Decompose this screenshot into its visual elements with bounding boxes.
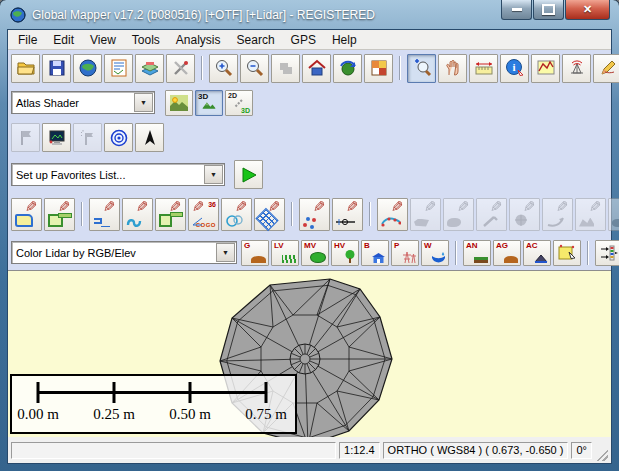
ag-label: AG — [496, 242, 508, 250]
digitizer-tool-button[interactable] — [593, 54, 619, 83]
world-globe-icon — [78, 58, 98, 78]
classify-water-button[interactable]: W — [421, 240, 449, 266]
zoom-out-button[interactable] — [240, 54, 269, 83]
menu-help[interactable]: Help — [324, 32, 365, 48]
classify-noise-button[interactable]: AN — [463, 240, 491, 266]
path-profile-button[interactable] — [531, 54, 560, 83]
info-icon: i — [505, 58, 525, 78]
view-3d-button[interactable]: 3D — [195, 90, 223, 116]
resize-grip[interactable] — [595, 448, 608, 461]
gps-information-button[interactable] — [42, 123, 71, 152]
menu-tools[interactable]: Tools — [124, 32, 168, 48]
map-display-options-button[interactable] — [104, 54, 133, 83]
create-area-button[interactable]: ✎ — [11, 198, 42, 231]
edit-area-button[interactable]: ✎ — [443, 198, 474, 231]
lidar-combo[interactable]: Color Lidar by RGB/Elev ▼ — [11, 241, 237, 264]
home-view-button[interactable] — [302, 54, 331, 83]
gps-vessel-button[interactable] — [135, 123, 164, 152]
save-button[interactable] — [42, 54, 71, 83]
create-freehand-line-button[interactable]: ✎ — [122, 198, 153, 231]
pencil-icon: ✎ — [58, 199, 71, 214]
menu-bar: File Edit View Tools Analysis Search GPS… — [8, 30, 611, 50]
menu-analysis[interactable]: Analysis — [168, 32, 229, 48]
classify-ground-button[interactable]: G — [241, 240, 269, 266]
create-circle-button[interactable]: ✎ — [221, 198, 252, 231]
create-line-from-points-button[interactable]: ✎ — [377, 198, 408, 231]
pan-tool-button[interactable] — [438, 54, 467, 83]
window-tiles-icon — [369, 58, 389, 78]
create-regular-grid-button[interactable]: ✎ — [254, 198, 285, 231]
target-crosshair-icon — [109, 128, 129, 148]
gps-mark-waypoint-button[interactable] — [73, 123, 102, 152]
menu-file[interactable]: File — [10, 32, 45, 48]
floppy-disk-icon — [47, 58, 67, 78]
create-point-button[interactable]: ✎ — [299, 198, 330, 231]
shader-combo-arrow-icon[interactable]: ▼ — [134, 93, 153, 112]
view-3d-label: 3D — [198, 92, 208, 101]
power-towers-icon — [401, 251, 416, 263]
favorites-combo[interactable]: Set up Favorites List... ▼ — [11, 163, 225, 186]
edit-scene-button[interactable]: ✎ — [575, 198, 606, 231]
gps-start-tracking-button[interactable] — [11, 123, 40, 152]
classify-powerline-button[interactable]: P — [391, 240, 419, 266]
toolbar-separator — [201, 56, 203, 80]
ruler-measure-icon — [474, 58, 494, 78]
classify-building-button[interactable]: B — [361, 240, 389, 266]
refresh-map-button[interactable] — [333, 54, 362, 83]
waypoint-flag-icon — [78, 128, 98, 148]
hill-shader-button[interactable] — [165, 90, 193, 116]
create-cogo-line-button[interactable]: ✎ 36 COGO — [188, 198, 219, 231]
download-online-data-button[interactable] — [73, 54, 102, 83]
open-folder-icon — [16, 58, 36, 78]
filter-lidar-button[interactable] — [595, 240, 619, 266]
high-veg-label: HV — [334, 242, 345, 250]
pencil-icon: ✎ — [136, 199, 149, 214]
med-veg-label: MV — [304, 242, 316, 250]
move-vertex-button[interactable]: ✎ — [542, 198, 573, 231]
favorites-combo-arrow-icon[interactable]: ▼ — [204, 165, 223, 184]
full-view-button[interactable] — [271, 54, 300, 83]
menu-view[interactable]: View — [82, 32, 124, 48]
gray-pin-icon — [480, 216, 498, 227]
map-viewport[interactable]: 0.00 m 0.25 m 0.50 m 0.75 m — [8, 270, 611, 437]
measure-tool-button[interactable] — [469, 54, 498, 83]
close-button[interactable]: ✕ — [565, 0, 610, 20]
run-favorite-button[interactable] — [234, 160, 263, 189]
insert-vertex-button[interactable]: ✎ — [476, 198, 507, 231]
split-2d3d-button[interactable]: 2D 3D — [225, 90, 253, 116]
auto-classify-buildings-button[interactable]: AC — [523, 240, 551, 266]
classify-high-vegetation-button[interactable]: HV — [331, 240, 359, 266]
classify-medium-vegetation-button[interactable]: MV — [301, 240, 329, 266]
create-line-button[interactable]: ✎ — [89, 198, 120, 231]
ground-mound-icon — [504, 256, 518, 263]
edit-extra-button[interactable]: ✎ — [608, 198, 619, 231]
pencil-icon: ✎ — [313, 199, 326, 214]
move-feature-button[interactable]: ✎ — [410, 198, 441, 231]
overlay-control-center-button[interactable] — [135, 54, 164, 83]
auto-classify-ground-button[interactable]: AG — [493, 240, 521, 266]
toolbar-separator — [399, 56, 401, 80]
zoom-tool-button[interactable] — [407, 54, 436, 83]
menu-edit[interactable]: Edit — [45, 32, 82, 48]
menu-gps[interactable]: GPS — [283, 32, 324, 48]
select-lidar-area-button[interactable] — [553, 240, 581, 266]
maximize-button[interactable] — [533, 0, 564, 20]
pencil-icon: ✎ — [192, 199, 205, 214]
view-shed-button[interactable] — [562, 54, 591, 83]
tile-windows-button[interactable] — [364, 54, 393, 83]
classify-low-vegetation-button[interactable]: LV — [271, 240, 299, 266]
lidar-combo-arrow-icon[interactable]: ▼ — [216, 243, 235, 262]
create-rectangle-button[interactable]: ✎ — [44, 198, 75, 231]
zoom-in-button[interactable] — [209, 54, 238, 83]
edit-globe-button[interactable]: ✎ — [509, 198, 540, 231]
gps-keep-on-screen-button[interactable] — [104, 123, 133, 152]
create-point-at-location-button[interactable]: ✎ — [332, 198, 363, 231]
create-range-ring-button[interactable]: ✎ — [155, 198, 186, 231]
open-file-button[interactable] — [11, 54, 40, 83]
minimize-button[interactable] — [501, 0, 532, 20]
shader-combo[interactable]: Atlas Shader ▼ — [11, 91, 155, 114]
pencil-icon: ✎ — [457, 199, 470, 214]
configuration-button[interactable] — [166, 54, 195, 83]
menu-search[interactable]: Search — [229, 32, 283, 48]
feature-info-tool-button[interactable]: i — [500, 54, 529, 83]
